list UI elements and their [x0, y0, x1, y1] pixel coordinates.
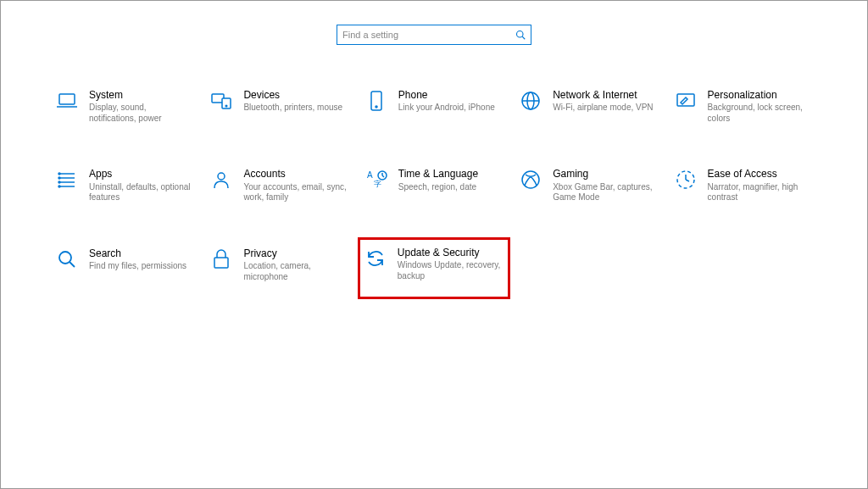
tile-personalization[interactable]: Personalization Background, lock screen,… [670, 86, 816, 127]
tile-desc: Speech, region, date [398, 182, 504, 193]
tile-desc: Find my files, permissions [89, 261, 194, 272]
search-box[interactable] [337, 25, 531, 45]
tile-desc: Background, lock screen, colors [708, 103, 813, 124]
tile-desc: Wi-Fi, airplane mode, VPN [553, 103, 658, 114]
tile-desc: Display, sound, notifications, power [89, 103, 194, 124]
xbox-icon [519, 168, 542, 192]
svg-line-26 [382, 175, 384, 177]
tile-gaming[interactable]: Gaming Xbox Game Bar, captures, Game Mod… [515, 164, 661, 206]
tile-desc: Uninstall, defaults, optional features [89, 182, 194, 203]
tile-network[interactable]: Network & Internet Wi-Fi, airplane mode,… [515, 86, 661, 127]
svg-text:A: A [367, 170, 373, 180]
svg-line-30 [686, 180, 689, 181]
svg-rect-2 [59, 94, 75, 104]
tile-apps[interactable]: Apps Uninstall, defaults, optional featu… [52, 164, 198, 206]
svg-point-19 [58, 181, 60, 183]
time-language-icon: A 字 [364, 168, 388, 192]
tile-system[interactable]: System Display, sound, notifications, po… [52, 86, 198, 127]
tile-search[interactable]: Search Find my files, permissions [52, 244, 198, 286]
tile-title: Search [89, 247, 194, 259]
svg-point-0 [517, 31, 524, 38]
tile-title: Phone [398, 89, 504, 101]
svg-line-1 [522, 36, 525, 39]
svg-point-31 [59, 252, 71, 264]
tile-privacy[interactable]: Privacy Location, camera, microphone [206, 244, 352, 286]
search-icon [515, 30, 526, 40]
settings-grid: System Display, sound, notifications, po… [52, 86, 816, 286]
tile-title: Gaming [553, 168, 658, 180]
tile-title: Accounts [243, 168, 348, 180]
search-input[interactable] [342, 30, 515, 40]
tile-title: Privacy [243, 247, 348, 259]
tile-accounts[interactable]: Accounts Your accounts, email, sync, wor… [206, 164, 352, 206]
tile-title: Time & Language [398, 168, 504, 180]
globe-icon [519, 89, 542, 113]
tile-title: Network & Internet [553, 89, 658, 101]
svg-text:字: 字 [374, 180, 381, 188]
tile-phone[interactable]: Phone Link your Android, iPhone [361, 86, 507, 127]
tile-desc: Narrator, magnifier, high contrast [708, 182, 813, 203]
tile-desc: Your accounts, email, sync, work, family [243, 182, 348, 203]
tile-title: Personalization [708, 89, 813, 101]
devices-icon [209, 89, 233, 113]
magnifier-icon [55, 247, 79, 271]
svg-point-8 [376, 106, 377, 108]
svg-point-21 [218, 173, 225, 180]
tile-desc: Bluetooth, printers, mouse [243, 103, 348, 114]
tile-ease-of-access[interactable]: Ease of Access Narrator, magnifier, high… [670, 164, 816, 206]
svg-point-6 [226, 105, 228, 107]
tile-desc: Windows Update, recovery, backup [398, 260, 504, 281]
tile-title: Apps [89, 168, 194, 180]
phone-icon [364, 89, 388, 113]
tile-title: Ease of Access [708, 168, 813, 180]
laptop-icon [55, 89, 79, 113]
lock-icon [209, 247, 233, 271]
tile-title: Update & Security [398, 247, 504, 258]
svg-point-17 [58, 173, 60, 175]
pencil-icon [674, 89, 698, 113]
tile-title: Devices [243, 89, 348, 101]
svg-point-18 [58, 177, 60, 179]
tile-time-language[interactable]: A 字 Time & Language Speech, region, date [361, 164, 507, 206]
tile-desc: Link your Android, iPhone [398, 103, 504, 114]
sync-icon [364, 247, 387, 270]
tile-devices[interactable]: Devices Bluetooth, printers, mouse [206, 86, 352, 127]
svg-line-32 [70, 262, 75, 267]
apps-icon [55, 168, 79, 192]
tile-title: System [89, 89, 194, 101]
tile-desc: Xbox Game Bar, captures, Game Mode [553, 182, 658, 203]
tile-desc: Location, camera, microphone [243, 261, 348, 282]
ease-icon [674, 168, 698, 192]
svg-point-20 [58, 186, 60, 187]
svg-rect-33 [214, 258, 228, 268]
person-icon [209, 168, 233, 192]
tile-update-security[interactable]: Update & Security Windows Update, recove… [358, 237, 510, 299]
